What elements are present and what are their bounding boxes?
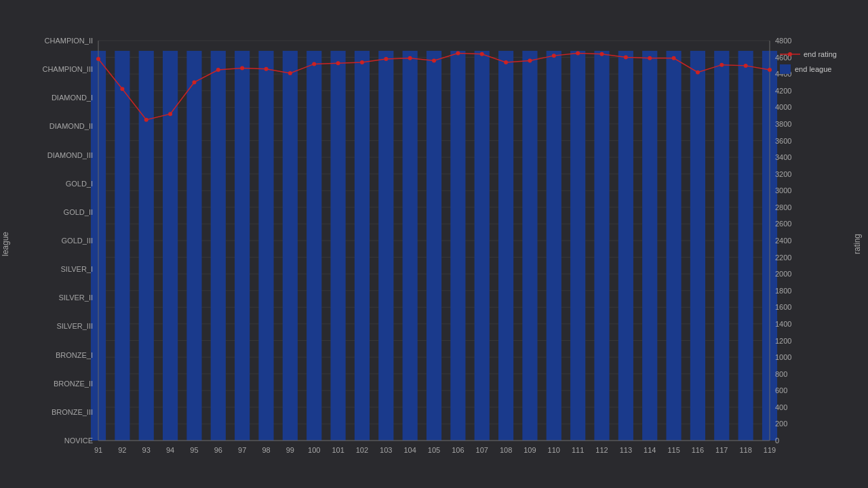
main-chart bbox=[0, 0, 868, 488]
chart-container bbox=[0, 0, 868, 488]
